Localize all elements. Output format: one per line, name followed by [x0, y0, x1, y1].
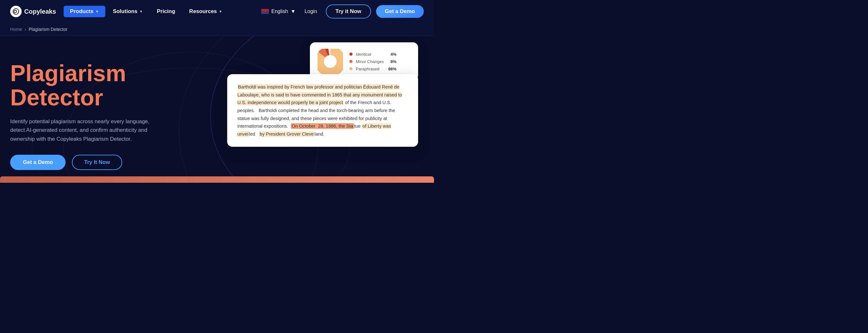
minor-changes-dot [349, 60, 352, 63]
get-demo-button-nav[interactable]: Get a Demo [376, 5, 424, 18]
chevron-down-icon: ▼ [290, 9, 296, 14]
paraphrased-dot [349, 67, 352, 70]
text-card-content: Bartholdi was inspired by French law pro… [237, 83, 408, 138]
try-now-button[interactable]: Try it Now [326, 4, 371, 19]
nav-solutions[interactable]: Solutions ▼ [106, 6, 149, 17]
breadcrumb: Home › Plagiarism Detector [0, 23, 434, 36]
hero-section: Plagiarism Detector Identify potential p… [0, 36, 434, 183]
chevron-down-icon: ▼ [95, 9, 99, 13]
text-plain-3: led [249, 131, 259, 137]
chevron-down-icon: ▼ [219, 9, 222, 13]
brand-name: Copyleaks [24, 8, 56, 15]
hero-try-button[interactable]: Try It Now [72, 155, 122, 170]
navbar: Copyleaks Products ▼ Solutions ▼ Pricing… [0, 0, 434, 23]
text-plain-4: land. [314, 131, 324, 137]
pie-chart [317, 49, 343, 74]
language-selector[interactable]: English ▼ [261, 9, 296, 14]
stats-legend: Identical 4% Minor Changes 8% Paraphrase… [349, 52, 397, 71]
identical-dot [349, 53, 352, 56]
nav-right: English ▼ Login Try it Now Get a Demo [261, 4, 424, 19]
login-button[interactable]: Login [301, 6, 321, 17]
nav-pricing[interactable]: Pricing [151, 6, 182, 17]
text-comparison-card: Bartholdi was inspired by French law pro… [227, 74, 418, 147]
hero-content: Plagiarism Detector Identify potential p… [10, 55, 157, 170]
breadcrumb-current: Plagiarism Detector [29, 27, 67, 32]
flag-icon [261, 9, 269, 14]
svg-point-1 [14, 10, 17, 13]
highlight-on-october: On October 28, 1886, the Sta [291, 123, 354, 129]
logo-icon [10, 6, 22, 17]
svg-point-5 [324, 55, 337, 68]
hero-description: Identify potential plagiarism across nea… [10, 117, 157, 143]
nav-products[interactable]: Products ▼ [64, 6, 105, 17]
hero-title: Plagiarism Detector [10, 61, 157, 110]
nav-resources[interactable]: Resources ▼ [183, 6, 229, 17]
legend-paraphrased: Paraphrased 86% [349, 66, 397, 71]
legend-minor-changes: Minor Changes 8% [349, 59, 397, 64]
legend-identical: Identical 4% [349, 52, 397, 57]
logo[interactable]: Copyleaks [10, 6, 56, 17]
nav-items: Products ▼ Solutions ▼ Pricing Resources… [64, 6, 261, 17]
breadcrumb-home[interactable]: Home [10, 27, 22, 32]
text-plain-2: tue [354, 123, 362, 129]
hero-buttons: Get a Demo Try It Now [10, 155, 157, 170]
hero-demo-button[interactable]: Get a Demo [10, 155, 66, 170]
bottom-ribbon [0, 176, 434, 183]
breadcrumb-separator: › [25, 27, 26, 32]
chevron-down-icon: ▼ [140, 9, 143, 13]
highlight-by-president: by President Grover Cleve [259, 131, 314, 137]
